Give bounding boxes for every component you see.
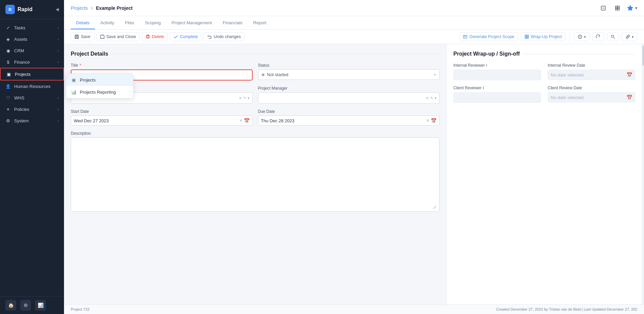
edit-manager-icon[interactable]: ✎: [430, 96, 433, 100]
user-avatar-btn[interactable]: ▾: [626, 4, 637, 12]
sidebar-item-label: WHS: [14, 95, 54, 100]
sidebar: R Rapid ◀ ✓ Tasks › ◈ Assets › ◉ CRM › $…: [0, 0, 64, 314]
svg-rect-8: [527, 35, 528, 36]
tab-project-management[interactable]: Project Management: [166, 16, 217, 29]
sidebar-item-tasks[interactable]: ✓ Tasks ›: [0, 22, 64, 33]
project-manager-select[interactable]: ✕ ✎ ▾: [258, 92, 440, 104]
clear-client-icon[interactable]: ✕: [239, 96, 242, 100]
breadcrumb-current: Example Project: [96, 5, 133, 11]
due-date-input[interactable]: Thu Dec 28 2023 ✕ 📅: [258, 116, 440, 126]
internal-review-calendar-icon[interactable]: 📅: [626, 72, 632, 77]
wrapup-button[interactable]: Wrap-Up Project: [521, 32, 566, 41]
delete-icon: [146, 34, 150, 39]
due-date-value: Thu Dec 28 2023: [261, 118, 425, 123]
expand-description-icon[interactable]: ⤢: [433, 205, 437, 210]
projects-icon: ▣: [6, 71, 11, 77]
sidebar-nav: ✓ Tasks › ◈ Assets › ◉ CRM › $ Finance ›…: [0, 19, 64, 296]
complete-button[interactable]: Complete: [170, 32, 202, 41]
generate-scope-button[interactable]: Generate Project Scope: [459, 32, 518, 41]
sidebar-item-whs[interactable]: ♡ WHS ›: [0, 92, 64, 103]
chevron-manager-icon[interactable]: ▾: [434, 96, 437, 100]
project-manager-label: Project Manager: [258, 86, 440, 91]
internal-review-date-picker[interactable]: No date selected 📅: [548, 70, 635, 80]
sidebar-item-label: Finance: [14, 60, 54, 65]
settings-btn[interactable]: ⚙: [20, 300, 31, 311]
tab-report[interactable]: Report: [248, 16, 272, 29]
delete-button[interactable]: Delete: [142, 32, 168, 41]
scroll-thumb: [642, 45, 644, 66]
due-date-calendar-icon[interactable]: 📅: [431, 118, 437, 123]
due-date-group: Due Date Thu Dec 28 2023 ✕ 📅: [258, 109, 440, 126]
tab-scoping[interactable]: Scoping: [139, 16, 166, 29]
client-reviewer-info-icon[interactable]: i: [483, 86, 484, 90]
clear-manager-icon[interactable]: ✕: [426, 96, 429, 100]
clear-due-date-btn[interactable]: ✕: [426, 118, 429, 123]
tab-details[interactable]: Details: [71, 16, 95, 29]
chart-btn[interactable]: 📊: [35, 300, 46, 311]
chevron-icon: ›: [58, 49, 59, 53]
dropdown-item-projects[interactable]: ▣ Projects: [66, 74, 133, 86]
client-review-date-picker[interactable]: No date selected 📅: [548, 92, 635, 102]
sidebar-item-label: Tasks: [14, 25, 54, 30]
start-date-calendar-icon[interactable]: 📅: [244, 118, 250, 123]
client-review-date-group: Client Review Date No date selected 📅: [548, 86, 635, 103]
project-details-title: Project Details: [71, 51, 440, 57]
breadcrumb-separator: >: [91, 5, 93, 11]
description-wrapper: ⤢: [71, 137, 440, 213]
sidebar-item-system[interactable]: ⚙ System ›: [0, 115, 64, 126]
start-date-input[interactable]: Wed Dec 27 2023 ✕ 📅: [71, 116, 253, 126]
home-btn[interactable]: 🏠: [5, 300, 16, 311]
header: Projects > Example Project: [64, 0, 644, 16]
client-review-date-label: Client Review Date: [548, 86, 635, 90]
link-chevron: ▾: [632, 35, 634, 39]
client-reviewer-input[interactable]: [453, 92, 541, 103]
right-scrollbar[interactable]: [642, 44, 644, 304]
undo-button[interactable]: Undo changes: [203, 32, 245, 41]
chevron-icon: ›: [58, 107, 59, 111]
internal-reviewer-info-icon[interactable]: i: [486, 63, 487, 68]
status-select[interactable]: Not started ▾: [258, 69, 440, 80]
sidebar-item-assets[interactable]: ◈ Assets ›: [0, 33, 64, 45]
chevron-client-icon[interactable]: ▾: [248, 96, 250, 100]
sidebar-item-policies[interactable]: ≡ Policies ›: [0, 103, 64, 115]
sidebar-item-human-resources[interactable]: 👤 Human Resources: [0, 81, 64, 92]
search-button[interactable]: [607, 32, 619, 41]
search-icon: [611, 34, 615, 39]
dates-row: Start Date Wed Dec 27 2023 ✕ 📅 Due Date …: [71, 109, 440, 126]
history-icon: [578, 34, 582, 39]
internal-reviewer-input[interactable]: [453, 70, 541, 80]
sidebar-item-label: System: [14, 118, 54, 123]
due-date-label: Due Date: [258, 109, 440, 114]
history-button[interactable]: ▾: [574, 32, 589, 41]
sidebar-item-finance[interactable]: $ Finance ›: [0, 56, 64, 68]
tab-activity[interactable]: Activity: [95, 16, 120, 29]
client-review-calendar-icon[interactable]: 📅: [626, 95, 632, 100]
sidebar-collapse-btn[interactable]: ◀: [56, 7, 59, 12]
chevron-icon: ›: [58, 60, 59, 64]
projects-dropdown-icon: ▣: [71, 77, 76, 83]
status-dot: [262, 73, 264, 76]
svg-rect-4: [615, 8, 617, 10]
tab-files[interactable]: Files: [120, 16, 139, 29]
save-close-icon: [100, 34, 105, 39]
grid-icon[interactable]: [612, 3, 622, 13]
save-button[interactable]: Save: [71, 32, 94, 41]
tab-financials[interactable]: Financials: [217, 16, 248, 29]
description-textarea[interactable]: [71, 137, 440, 212]
dropdown-item-projects-reporting[interactable]: 📊 Projects Reporting: [66, 86, 133, 98]
project-footer: Project 722 Created December 27, 2023 by…: [64, 304, 644, 314]
breadcrumb-link[interactable]: Projects: [71, 5, 88, 11]
sidebar-item-projects[interactable]: ▣ Projects: [0, 68, 64, 81]
sidebar-item-crm[interactable]: ◉ CRM ›: [0, 45, 64, 56]
save-icon: [74, 34, 79, 39]
wrapup-title: Project Wrap-up / Sign-off: [453, 51, 635, 57]
clear-start-date-btn[interactable]: ✕: [239, 118, 243, 123]
title-dropdown-popup: ▣ Projects 📊 Projects Reporting: [66, 73, 133, 98]
share-icon[interactable]: [598, 3, 608, 13]
svg-rect-6: [463, 35, 467, 38]
link-button[interactable]: ▾: [622, 32, 637, 41]
edit-client-icon[interactable]: ✎: [243, 96, 246, 100]
refresh-button[interactable]: [592, 32, 604, 41]
save-and-close-button[interactable]: Save and Close: [96, 32, 140, 41]
wrapup-icon: [524, 34, 529, 39]
